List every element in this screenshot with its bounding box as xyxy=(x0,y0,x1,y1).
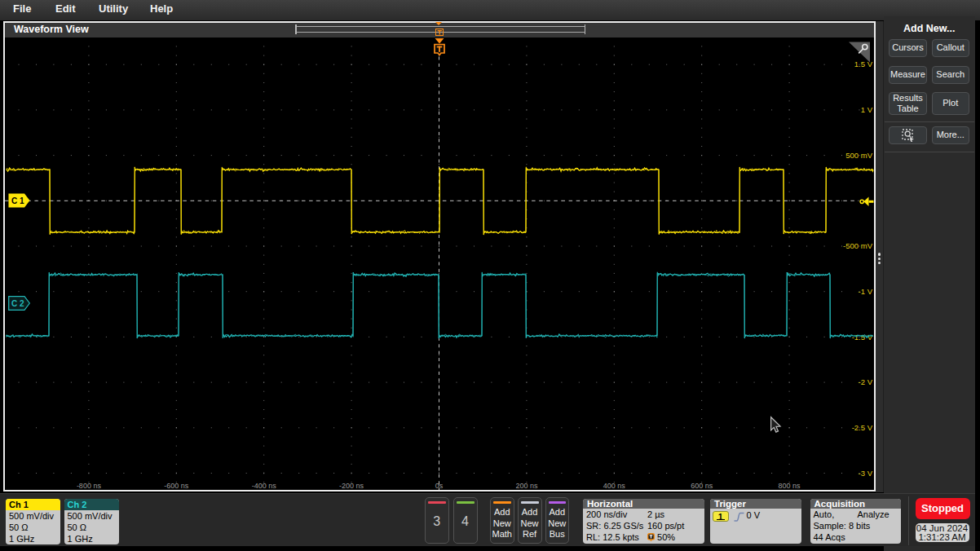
svg-text:-500 mV: -500 mV xyxy=(843,241,873,250)
svg-text:C 1: C 1 xyxy=(11,196,24,205)
svg-text:-1 V: -1 V xyxy=(859,286,873,295)
svg-text:-2 V: -2 V xyxy=(859,377,873,386)
svg-text:-400 ns: -400 ns xyxy=(252,481,277,489)
svg-text:1 V: 1 V xyxy=(861,105,873,114)
svg-text:200 ns: 200 ns xyxy=(515,481,538,489)
svg-text:-1.5 V: -1.5 V xyxy=(852,332,873,341)
svg-text:C 2: C 2 xyxy=(11,298,24,307)
svg-text:800 ns: 800 ns xyxy=(779,481,801,489)
svg-text:-600 ns: -600 ns xyxy=(164,481,189,489)
svg-text:500 mV: 500 mV xyxy=(845,150,872,159)
svg-text:-3 V: -3 V xyxy=(859,468,873,477)
svg-text:600 ns: 600 ns xyxy=(691,481,713,489)
svg-text:-2.5 V: -2.5 V xyxy=(852,423,873,432)
svg-text:400 ns: 400 ns xyxy=(603,481,626,489)
svg-text:-200 ns: -200 ns xyxy=(339,481,364,489)
svg-text:-800 ns: -800 ns xyxy=(77,481,102,489)
svg-text:1.5 V: 1.5 V xyxy=(854,60,873,68)
